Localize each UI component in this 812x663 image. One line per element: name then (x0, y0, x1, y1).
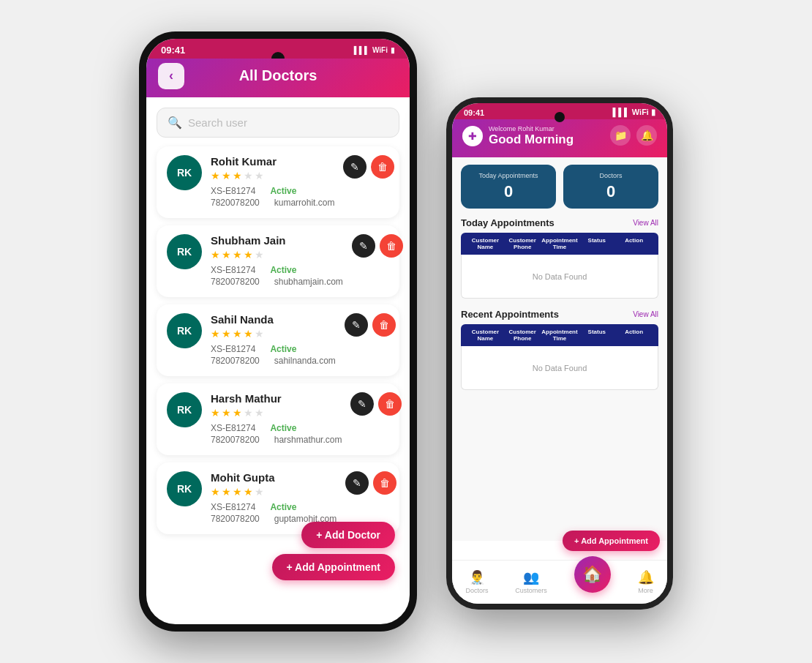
edit-button[interactable]: ✎ (343, 155, 366, 179)
right-phone: 09:41 ▌▌▌ WiFi ▮ ✚ Welcome Rohit Kumar G… (446, 97, 673, 610)
table-col-header: Customer Name (467, 237, 504, 250)
doctor-meta-row2: 7820078200sahilnanda.com (211, 356, 336, 366)
greeting-area: Welcome Rohit Kumar Good Morning (489, 125, 574, 147)
active-badge: Active (270, 423, 296, 433)
doctor-id: XS-E81274 (211, 502, 255, 512)
doctor-phone: 7820078200 (211, 356, 260, 366)
delete-button[interactable]: 🗑 (378, 392, 402, 416)
doctor-name: Mohit Gupta (211, 471, 337, 484)
wifi-icon: WiFi (372, 46, 388, 54)
doctors-card: Doctors 0 (563, 165, 658, 209)
doctors-label: Doctors (572, 172, 650, 179)
filled-star-icon: ★ (211, 170, 220, 181)
left-signal-icons: ▌▌▌ WiFi ▮ (354, 46, 395, 54)
edit-button[interactable]: ✎ (350, 392, 374, 416)
doctor-card: RKSahil Nanda★★★★★XS-E81274Active7820078… (157, 304, 399, 376)
bell-icon[interactable]: 🔔 (636, 125, 657, 146)
doctor-card: RKHarsh Mathur★★★★★XS-E81274Active782007… (157, 383, 399, 455)
doctor-info: Shubham Jain★★★★★XS-E81274Active78200782… (211, 234, 343, 288)
active-badge: Active (270, 344, 296, 354)
table-col-header: Appointment Time (541, 329, 579, 342)
doctors-list: RKRohit Kumar★★★★★XS-E81274Active7820078… (146, 143, 410, 583)
today-appt-section-title: Today Appointments (461, 217, 555, 228)
stats-row: Today Appointments 0 Doctors 0 (461, 165, 658, 209)
battery-icon: ▮ (391, 46, 395, 54)
header-left-section: ✚ Welcome Rohit Kumar Good Morning (462, 125, 574, 147)
signal-icon: ▌▌▌ (354, 46, 369, 54)
recent-appt-table-body: No Data Found (461, 346, 658, 390)
add-appointment-button[interactable]: + Add Appointment (272, 554, 395, 580)
filled-star-icon: ★ (244, 486, 253, 498)
doctor-phone: 7820078200 (211, 435, 260, 445)
filled-star-icon: ★ (222, 328, 231, 340)
edit-button[interactable]: ✎ (352, 234, 375, 258)
nav-item-more[interactable]: 🔔More (638, 569, 654, 594)
avatar: RK (167, 234, 202, 269)
empty-star-icon: ★ (255, 407, 264, 419)
add-appointment-fab[interactable]: + Add Appointment (563, 531, 660, 551)
filled-star-icon: ★ (233, 407, 242, 419)
table-col-header: Action (615, 329, 653, 342)
today-appt-label: Today Appointments (470, 172, 547, 179)
today-no-data: No Data Found (533, 272, 587, 281)
more-nav-label: More (638, 587, 653, 594)
edit-button[interactable]: ✎ (345, 471, 369, 495)
filled-star-icon: ★ (222, 249, 231, 261)
empty-star-icon: ★ (244, 407, 253, 419)
card-actions: ✎🗑 (343, 155, 394, 179)
doctor-meta-row1: XS-E81274Active (211, 344, 336, 354)
table-col-header: Action (615, 237, 653, 250)
today-appt-value: 0 (470, 182, 547, 201)
back-button[interactable]: ‹ (158, 63, 184, 89)
more-nav-icon: 🔔 (638, 569, 654, 585)
doctor-email: sahilnanda.com (274, 356, 336, 366)
header-icons: 📁 🔔 (610, 125, 657, 146)
delete-button[interactable]: 🗑 (372, 313, 396, 337)
star-rating: ★★★★★ (211, 486, 337, 498)
nav-item-home[interactable]: 🏠 (574, 571, 611, 593)
add-doctor-button[interactable]: + Add Doctor (301, 522, 395, 548)
folder-icon[interactable]: 📁 (610, 125, 631, 146)
doctor-card: RKShubham Jain★★★★★XS-E81274Active782007… (157, 225, 399, 297)
doctor-meta-row2: 7820078200shubhamjain.com (211, 277, 343, 287)
doctor-info: Mohit Gupta★★★★★XS-E81274Active782007820… (211, 471, 337, 525)
doctor-meta-row1: XS-E81274Active (211, 186, 334, 196)
recent-view-all[interactable]: View All (633, 310, 658, 318)
filled-star-icon: ★ (211, 249, 220, 261)
search-placeholder: Search user (188, 116, 247, 129)
nav-item-doctors[interactable]: 👨‍⚕️Doctors (465, 569, 488, 594)
doctor-name: Sahil Nanda (211, 313, 336, 326)
today-appt-table-body: No Data Found (461, 255, 658, 299)
today-appointments-card: Today Appointments 0 (461, 165, 556, 209)
left-phone: 09:41 ▌▌▌ WiFi ▮ ‹ All Doctors 🔍 Search … (139, 31, 417, 632)
empty-star-icon: ★ (244, 170, 253, 181)
doctor-id: XS-E81274 (211, 186, 255, 196)
empty-star-icon: ★ (255, 486, 264, 498)
table-col-header: Customer Phone (504, 237, 541, 250)
delete-button[interactable]: 🗑 (371, 155, 394, 179)
home-fab-icon[interactable]: 🏠 (574, 556, 611, 593)
doctor-email: harshmathur.com (274, 435, 342, 445)
filled-star-icon: ★ (211, 407, 220, 419)
app-logo-icon: ✚ (462, 126, 483, 146)
customers-nav-icon: 👥 (523, 569, 539, 585)
edit-button[interactable]: ✎ (345, 313, 368, 337)
search-bar[interactable]: 🔍 Search user (157, 108, 399, 138)
nav-item-customers[interactable]: 👥Customers (515, 569, 547, 594)
doctor-info: Rohit Kumar★★★★★XS-E81274Active782007820… (211, 155, 334, 209)
delete-button[interactable]: 🗑 (380, 234, 403, 258)
doctor-info: Harsh Mathur★★★★★XS-E81274Active78200782… (211, 392, 342, 446)
welcome-text: Welcome Rohit Kumar (489, 125, 574, 132)
doctor-meta-row2: 7820078200harshmathur.com (211, 435, 342, 445)
recent-appt-title: Recent Appointments (461, 309, 559, 320)
filled-star-icon: ★ (233, 328, 242, 340)
table-col-header: Status (578, 329, 615, 342)
doctor-name: Shubham Jain (211, 234, 343, 247)
empty-star-icon: ★ (255, 170, 264, 181)
doctor-meta-row1: XS-E81274Active (211, 265, 343, 275)
today-view-all[interactable]: View All (633, 219, 658, 227)
today-appt-section-header: Today Appointments View All (461, 217, 658, 228)
delete-button[interactable]: 🗑 (373, 471, 396, 495)
doctor-meta-row1: XS-E81274Active (211, 502, 337, 512)
left-header: ‹ All Doctors (146, 59, 410, 97)
